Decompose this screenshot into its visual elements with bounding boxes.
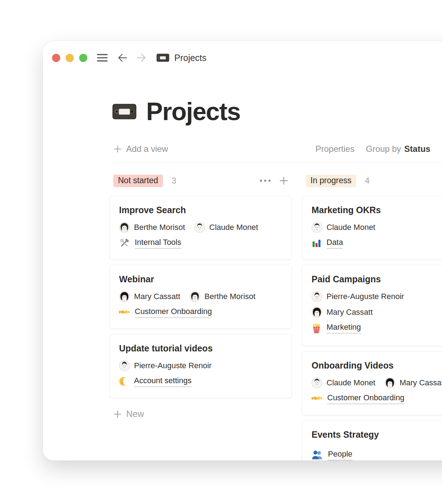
card-tag-row: Data	[312, 237, 442, 249]
page-icon-vhs-cassette[interactable]	[112, 103, 137, 120]
card-title: Events Strategy	[312, 429, 442, 440]
card-tag-row: Account settings	[119, 376, 282, 387]
card-paid-campaigns[interactable]: Paid Campaigns Pierre-Auguste Renoir Mar…	[302, 265, 442, 346]
person: Mary Cassatt	[119, 291, 180, 302]
card-tag-row: Customer Onboarding	[119, 307, 282, 318]
card-improve-search[interactable]: Improve Search Berthe Morisot Claude Mon…	[109, 196, 292, 260]
vhs-cassette-icon	[156, 53, 169, 62]
card-title: Paid Campaigns	[312, 274, 442, 284]
column-count: 4	[365, 176, 370, 186]
person-name: Berthe Morisot	[134, 223, 185, 232]
card-title: Webinar	[119, 274, 282, 284]
crescent-moon-icon	[119, 376, 129, 386]
column-in-progress: In progress 4 Marketing OKRs Claude Mone…	[302, 174, 442, 461]
card-onboarding-videos[interactable]: Onboarding Videos Claude Monet Mary Cass…	[302, 351, 442, 415]
maximize-window-button[interactable]	[79, 54, 87, 62]
minimize-window-button[interactable]	[66, 54, 74, 62]
titlebar: Projects	[52, 52, 206, 64]
card-people-row: Mary Cassatt	[312, 307, 442, 318]
kanban-board: Not started 3 Improve Search Berthe	[109, 174, 442, 461]
column-header-not-started: Not started 3	[109, 174, 292, 187]
group-by-value: Status	[404, 144, 430, 154]
tag-internal-tools[interactable]: Internal Tools	[135, 238, 181, 249]
status-pill-in-progress[interactable]: In progress	[306, 175, 356, 187]
card-update-tutorial-videos[interactable]: Update tutorial videos Pierre-Auguste Re…	[109, 334, 292, 398]
back-arrow-icon	[118, 53, 127, 62]
forward-arrow-icon	[137, 53, 146, 62]
person-name: Pierre-Auguste Renoir	[327, 292, 404, 301]
column-not-started: Not started 3 Improve Search Berthe	[109, 174, 292, 461]
tag-customer-onboarding[interactable]: Customer Onboarding	[327, 393, 404, 404]
person-name: Mary Cassatt	[400, 378, 442, 387]
avatar-berthe-morisot	[190, 291, 200, 302]
bar-chart-icon	[312, 238, 322, 248]
person: Claude Monet	[312, 377, 375, 388]
card-title: Update tutorial videos	[119, 343, 282, 354]
card-people-row: Berthe Morisot Claude Monet	[119, 222, 282, 233]
new-card-button[interactable]: New	[109, 409, 292, 419]
card-title: Improve Search	[119, 205, 282, 215]
avatar-berthe-morisot	[119, 222, 130, 233]
person-name: Claude Monet	[327, 378, 375, 387]
person-name: Pierre-Auguste Renoir	[134, 361, 212, 370]
column-add-card-button[interactable]	[279, 176, 288, 185]
tag-customer-onboarding[interactable]: Customer Onboarding	[135, 307, 212, 318]
handshake-icon	[119, 308, 130, 316]
tag-people[interactable]: People	[328, 449, 353, 461]
card-people-row: Pierre-Auguste Renoir	[119, 360, 282, 371]
status-pill-not-started[interactable]: Not started	[113, 175, 163, 187]
plus-icon	[279, 176, 288, 185]
add-view-button[interactable]: Add a view	[113, 144, 168, 154]
forward-button[interactable]	[137, 53, 146, 62]
avatar-pierre-auguste-renoir	[312, 291, 322, 302]
card-events-strategy[interactable]: Events Strategy People	[302, 420, 442, 461]
card-tag-row: Internal Tools	[119, 237, 282, 249]
person-name: Claude Monet	[209, 223, 258, 232]
card-webinar[interactable]: Webinar Mary Cassatt Berthe Morisot Cust…	[109, 265, 292, 329]
view-bar-divider	[113, 162, 442, 163]
card-people-row: Pierre-Auguste Renoir	[312, 291, 442, 302]
card-title: Onboarding Videos	[312, 360, 442, 371]
handshake-icon	[312, 395, 322, 402]
people-icon	[312, 450, 323, 460]
hamburger-icon	[97, 53, 108, 62]
breadcrumb: Projects	[156, 53, 206, 63]
close-window-button[interactable]	[52, 54, 60, 62]
tag-account-settings[interactable]: Account settings	[134, 376, 191, 387]
app-window: Projects Projects Add a view Properties …	[43, 41, 442, 461]
tag-data[interactable]: Data	[327, 238, 343, 249]
titlebar-title: Projects	[174, 53, 206, 63]
person: Berthe Morisot	[119, 222, 185, 233]
avatar-claude-monet	[312, 377, 322, 388]
plus-icon	[113, 410, 122, 418]
popcorn-icon	[312, 323, 322, 333]
column-header-in-progress: In progress 4	[302, 174, 442, 187]
card-people-row: Claude Monet Mary Cassatt	[312, 377, 442, 389]
person: Pierre-Auguste Renoir	[119, 360, 212, 371]
add-view-label: Add a view	[126, 144, 168, 154]
avatar-claude-monet	[194, 222, 205, 233]
person: Berthe Morisot	[190, 291, 256, 302]
column-count: 3	[172, 176, 176, 186]
card-tag-row: Marketing	[312, 322, 442, 334]
card-title: Marketing OKRs	[312, 205, 442, 215]
hammer-wrench-icon	[119, 238, 130, 248]
person: Pierre-Auguste Renoir	[312, 291, 404, 302]
card-marketing-okrs[interactable]: Marketing OKRs Claude Monet Data	[302, 196, 442, 260]
column-more-button[interactable]	[259, 179, 271, 182]
group-by-button[interactable]: Group by Status	[366, 144, 430, 154]
sidebar-menu-button[interactable]	[97, 53, 108, 62]
properties-button[interactable]: Properties	[315, 144, 354, 154]
page-header: Projects	[112, 98, 240, 125]
avatar-pierre-auguste-renoir	[119, 360, 130, 371]
person: Claude Monet	[312, 222, 375, 233]
tag-marketing[interactable]: Marketing	[327, 323, 361, 334]
back-button[interactable]	[118, 53, 127, 62]
card-people-row: Claude Monet	[312, 222, 442, 233]
view-bar: Add a view Properties Group by Status	[113, 144, 442, 154]
person-name: Berthe Morisot	[205, 292, 256, 301]
view-actions: Properties Group by Status	[315, 144, 430, 154]
column-actions	[259, 176, 288, 185]
person: Mary Cassatt	[312, 307, 373, 318]
card-people-row: Mary Cassatt Berthe Morisot	[119, 291, 282, 302]
